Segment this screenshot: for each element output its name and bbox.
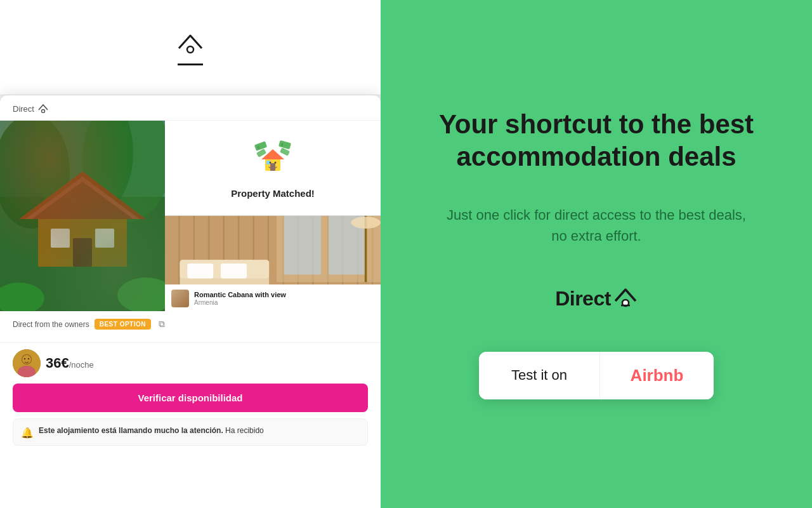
- svg-point-5: [82, 121, 165, 222]
- matched-emoji: $ $: [254, 138, 292, 183]
- svg-point-47: [24, 358, 25, 359]
- cta-right-side: Airbnb: [599, 352, 714, 399]
- property-matched-panel: $ $: [165, 121, 381, 216]
- direct-from-text: Direct from the owners: [13, 320, 89, 329]
- listing-thumbnail: [171, 290, 189, 307]
- svg-marker-10: [32, 182, 133, 219]
- subtext: Just one click for direct access to the …: [444, 204, 749, 246]
- svg-rect-24: [270, 163, 275, 171]
- svg-rect-38: [187, 264, 213, 278]
- brand-logo: Direct: [555, 284, 638, 314]
- svg-rect-12: [95, 229, 114, 248]
- listing-info: Romantic Cabana with view Armenia: [194, 291, 374, 306]
- svg-rect-11: [51, 229, 70, 248]
- svg-point-6: [32, 121, 133, 222]
- svg-point-48: [28, 358, 29, 359]
- property-image-main: [0, 121, 165, 311]
- svg-rect-7: [38, 216, 127, 267]
- svg-point-1: [41, 110, 44, 113]
- verify-availability-button[interactable]: Verificar disponibilidad: [13, 384, 368, 412]
- svg-marker-8: [19, 171, 146, 219]
- svg-point-41: [351, 217, 381, 229]
- top-bar: [0, 0, 381, 95]
- bell-icon: 🔔: [21, 427, 34, 439]
- svg-rect-2: [0, 121, 165, 311]
- per-night-label: /noche: [69, 360, 94, 370]
- svg-point-14: [0, 283, 44, 311]
- svg-point-46: [22, 355, 31, 364]
- listing-name: Romantic Cabana with view: [194, 291, 374, 299]
- attention-text: Este alojamiento está llamando mucho la …: [39, 425, 264, 436]
- cta-left-side: Test it on: [479, 352, 599, 399]
- attention-box: 🔔 Este alojamiento está llamando mucho l…: [13, 418, 368, 446]
- brand-name-text: Direct: [555, 287, 611, 311]
- card-header: Direct: [0, 95, 381, 121]
- host-avatar: [13, 349, 41, 377]
- direct-house-icon-small: [38, 103, 48, 115]
- svg-marker-9: [25, 177, 140, 219]
- attention-sub: Ha recibido: [225, 426, 264, 435]
- listing-location: Armenia: [194, 299, 374, 306]
- price-value: 36€: [46, 355, 69, 371]
- svg-point-28: [275, 161, 277, 163]
- app-logo-icon: [176, 29, 204, 61]
- listing-overlay: Romantic Cabana with view Armenia: [165, 284, 381, 311]
- images-grid: $ $: [0, 121, 381, 311]
- brand-house-icon: [613, 284, 638, 314]
- main-headline: Your shortcut to the best accommodation …: [431, 109, 761, 173]
- svg-point-27: [270, 161, 272, 163]
- price-display: 36€/noche: [46, 355, 94, 371]
- attention-bold: Este alojamiento está llamando mucho la …: [39, 426, 223, 435]
- best-option-badge: BEST OPTION: [95, 319, 151, 330]
- svg-rect-3: [0, 121, 165, 197]
- svg-rect-13: [73, 238, 92, 267]
- svg-point-0: [187, 46, 193, 53]
- property-matched-content: $ $: [165, 121, 381, 215]
- svg-rect-39: [221, 264, 247, 278]
- airbnb-label: Airbnb: [631, 366, 684, 385]
- browser-card: Direct: [0, 95, 381, 508]
- right-panel: Your shortcut to the best accommodation …: [381, 0, 812, 508]
- left-panel: Direct: [0, 0, 381, 508]
- svg-point-15: [117, 277, 165, 311]
- cta-button[interactable]: Test it on Airbnb: [479, 352, 714, 399]
- booking-section: Direct from the owners BEST OPTION ⧉: [0, 311, 381, 343]
- price-section: 36€/noche: [0, 343, 381, 384]
- direct-from-row: Direct from the owners BEST OPTION ⧉: [13, 319, 368, 330]
- external-link-icon[interactable]: ⧉: [159, 319, 165, 330]
- cta-label: Test it on: [511, 367, 567, 384]
- direct-label: Direct: [13, 104, 34, 114]
- matched-text: Property Matched!: [231, 188, 315, 199]
- property-image-room: Romantic Cabana with view Armenia: [165, 216, 381, 311]
- svg-rect-34: [284, 216, 322, 275]
- svg-point-4: [0, 121, 70, 229]
- logo-underline: [178, 64, 203, 65]
